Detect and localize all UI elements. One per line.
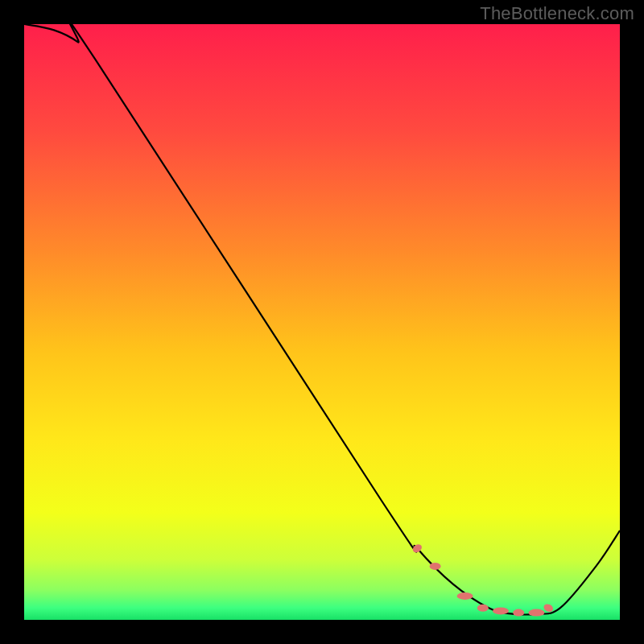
marker-dot <box>457 592 473 600</box>
gradient-background <box>24 24 620 620</box>
bottleneck-chart <box>24 24 620 620</box>
marker-dot <box>493 607 509 614</box>
marker-dot <box>513 609 524 617</box>
watermark-text: TheBottleneck.com <box>480 3 634 24</box>
marker-dot <box>477 605 489 612</box>
marker-dot <box>430 563 441 570</box>
plot-area <box>24 24 620 620</box>
chart-frame: TheBottleneck.com <box>0 0 644 644</box>
marker-dot <box>528 609 544 617</box>
